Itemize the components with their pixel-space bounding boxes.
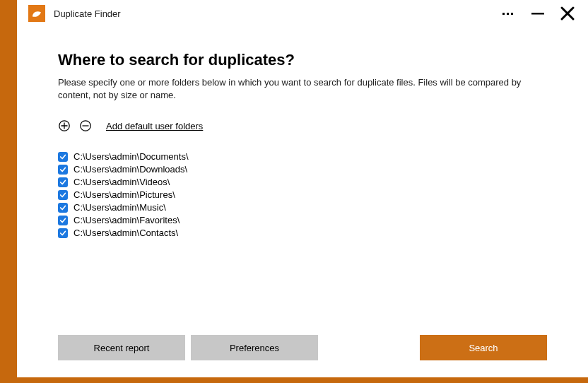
close-icon[interactable] [560, 6, 575, 21]
add-default-folders-link[interactable]: Add default user folders [106, 121, 203, 131]
folder-checkbox[interactable] [58, 177, 68, 187]
page-description: Please specify one or more folders below… [58, 76, 547, 101]
add-folder-icon[interactable] [58, 119, 71, 132]
folder-path: C:\Users\admin\Pictures\ [74, 189, 175, 200]
folder-item[interactable]: C:\Users\admin\Music\ [58, 201, 547, 213]
svg-rect-1 [507, 13, 509, 15]
folder-item[interactable]: C:\Users\admin\Pictures\ [58, 189, 547, 201]
folder-path: C:\Users\admin\Documents\ [74, 151, 189, 162]
folder-list: C:\Users\admin\Documents\C:\Users\admin\… [58, 151, 547, 239]
folder-item[interactable]: C:\Users\admin\Videos\ [58, 176, 547, 188]
main-content: Where to search for duplicates? Please s… [17, 24, 588, 377]
window-controls [500, 6, 582, 21]
title-bar: Duplicate Finder [17, 0, 588, 24]
app-logo-icon [28, 5, 45, 22]
page-heading: Where to search for duplicates? [58, 51, 547, 69]
folder-path: C:\Users\admin\Favorites\ [74, 215, 180, 225]
folder-controls-row: Add default user folders [58, 119, 547, 132]
folder-checkbox[interactable] [58, 190, 68, 200]
folder-path: C:\Users\admin\Videos\ [74, 177, 170, 187]
folder-item[interactable]: C:\Users\admin\Contacts\ [58, 227, 547, 239]
remove-folder-icon[interactable] [79, 119, 92, 132]
folder-path: C:\Users\admin\Music\ [74, 202, 166, 213]
bottom-accent-bar [0, 377, 588, 383]
preferences-button[interactable]: Preferences [191, 335, 318, 360]
folder-item[interactable]: C:\Users\admin\Downloads\ [58, 163, 547, 175]
svg-rect-2 [511, 13, 513, 15]
search-button[interactable]: Search [420, 335, 547, 360]
footer-buttons: Recent report Preferences Search [58, 335, 547, 360]
svg-rect-3 [531, 13, 544, 15]
folder-checkbox[interactable] [58, 152, 68, 162]
menu-dots-icon[interactable] [500, 6, 516, 21]
folder-path: C:\Users\admin\Downloads\ [74, 164, 187, 175]
svg-rect-0 [502, 13, 505, 15]
minimize-icon[interactable] [530, 6, 546, 21]
recent-report-button[interactable]: Recent report [58, 335, 185, 360]
app-title: Duplicate Finder [54, 8, 121, 19]
folder-item[interactable]: C:\Users\admin\Documents\ [58, 151, 547, 163]
folder-checkbox[interactable] [58, 216, 68, 225]
folder-checkbox[interactable] [58, 203, 68, 213]
folder-checkbox[interactable] [58, 228, 68, 238]
folder-item[interactable]: C:\Users\admin\Favorites\ [58, 214, 547, 226]
folder-path: C:\Users\admin\Contacts\ [74, 228, 178, 238]
left-accent-bar [0, 0, 17, 383]
folder-checkbox[interactable] [58, 165, 68, 175]
